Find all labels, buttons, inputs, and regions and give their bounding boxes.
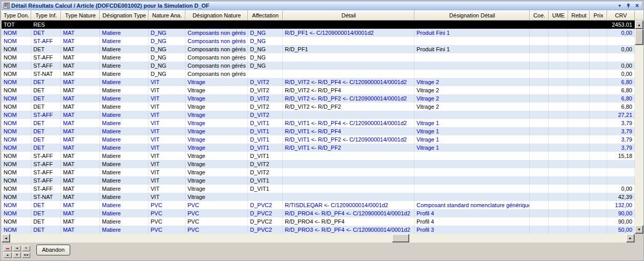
- cell: 50,00: [607, 226, 635, 234]
- table-row[interactable]: NOMST-NATMATMatiereVITVitrage42,39: [2, 193, 635, 201]
- cell: MAT: [61, 176, 100, 185]
- table-row[interactable]: NOMDETMATMatiereVITVitrageD_VIT2R/D_VIT2…: [2, 103, 635, 111]
- table-row[interactable]: NOMDETMATMatiereVITVitrageD_VIT1R/D_VIT1…: [2, 119, 635, 127]
- table-row[interactable]: TOTRES2453.01: [2, 21, 635, 29]
- cell: [549, 21, 568, 29]
- table-row[interactable]: NOMST-AFFMATMatiereVITVitrageD_VIT2: [2, 160, 635, 168]
- table-row[interactable]: NOMST-AFFMATMatiereVITVitrageD_VIT115,18: [2, 152, 635, 160]
- table-row[interactable]: NOMDETMATMatiereVITVitrageD_VIT1R/D_VIT1…: [2, 127, 635, 135]
- column-header-12[interactable]: Rebut: [568, 10, 590, 21]
- table-row[interactable]: NOMDETMATMatierePVCPVCD_PVC2R/D_PRO4 <- …: [2, 217, 635, 226]
- cell: D_NG: [248, 29, 283, 37]
- table-row[interactable]: NOMDETMATMatiereVITVitrageD_VIT2R/D_VIT2…: [2, 78, 635, 86]
- table-row[interactable]: NOMST-AFFMATMatiereVITVitrageD_VIT2: [2, 168, 635, 176]
- cell: NOM: [2, 168, 31, 176]
- column-header-11[interactable]: UME: [549, 10, 568, 21]
- cell: [283, 176, 414, 185]
- column-header-7[interactable]: Affectation: [248, 10, 283, 21]
- table-row[interactable]: NOMDETMATMatierePVCPVCD_PVC2R/D_PRO3 <- …: [2, 226, 635, 234]
- column-header-13[interactable]: Prix: [590, 10, 607, 21]
- cell: NOM: [2, 37, 31, 45]
- column-header-9[interactable]: Désignation Détail: [414, 10, 530, 21]
- vertical-scrollbar[interactable]: ▲ ▼: [635, 21, 643, 234]
- table-row[interactable]: NOMDETMATMatiereVITVitrageD_VIT2R/D_VIT2…: [2, 94, 635, 103]
- table-row[interactable]: NOMDETMATMatierePVCPVCD_PVC2R/TISDLEQAR …: [2, 201, 635, 209]
- record-prev-button[interactable]: ◄: [13, 246, 21, 251]
- cell: [61, 21, 100, 29]
- record-insert-button[interactable]: ▼: [22, 246, 30, 251]
- cell: Vitrage 2: [414, 103, 530, 111]
- scrollbar-corner: [635, 234, 643, 243]
- cell: Vitrage: [185, 127, 248, 135]
- table-row[interactable]: NOMST-AFFMATMatiereD_NGComposants non gé…: [2, 53, 635, 62]
- cell: [590, 29, 607, 37]
- column-header-5[interactable]: Nature Ana.: [149, 10, 185, 21]
- horizontal-scrollbar[interactable]: ◄ ►: [2, 234, 643, 243]
- table-row[interactable]: NOMDETMATMatiereVITVitrageD_VIT1R/D_VIT1…: [2, 135, 635, 144]
- table-row[interactable]: NOMST-AFFMATMatiereVITVitrageD_VIT227,21: [2, 111, 635, 119]
- cell: [590, 86, 607, 94]
- table-row[interactable]: NOMDETMATMatiereVITVitrageD_VIT1R/D_VIT1…: [2, 144, 635, 152]
- scroll-down-button[interactable]: ▼: [635, 225, 643, 234]
- scroll-left-button[interactable]: ◄: [2, 234, 10, 243]
- horizontal-scroll-track[interactable]: [10, 234, 626, 243]
- column-header-1[interactable]: Type Don.: [2, 10, 31, 21]
- menu-button[interactable]: ▼: [616, 2, 624, 9]
- table-row[interactable]: NOMST-AFFMATMatiereVITVitrageD_VIT10,00: [2, 185, 635, 193]
- pin-button[interactable]: [625, 2, 632, 9]
- cell: Matiere: [100, 103, 149, 111]
- cell: DET: [31, 127, 61, 135]
- cell: [530, 103, 549, 111]
- cell: NOM: [2, 193, 31, 201]
- cell: [530, 176, 549, 185]
- column-header-4[interactable]: Désignation Type: [100, 10, 149, 21]
- cell: VIT: [149, 103, 185, 111]
- cell: [549, 119, 568, 127]
- cell: Vitrage 1: [414, 127, 530, 135]
- cell: D_VIT1: [248, 152, 283, 160]
- cell: Composants non gérés: [185, 53, 248, 62]
- scroll-up-button[interactable]: ▲: [635, 21, 643, 29]
- column-header-14[interactable]: CRV: [607, 10, 635, 21]
- cell: D_NG: [149, 70, 185, 78]
- cell: 6,80: [607, 94, 635, 103]
- table-row[interactable]: NOMST-AFFMATMatiereVITVitrageD_VIT1: [2, 176, 635, 185]
- title-bar[interactable]: Détail Résultats Calcul / Article (DOFCD…: [2, 1, 642, 10]
- table-row[interactable]: NOMST-AFFMATMatiereD_NGComposants non gé…: [2, 37, 635, 45]
- horizontal-scroll-thumb[interactable]: [392, 234, 409, 243]
- cell: [549, 78, 568, 86]
- record-delete-button[interactable]: ▬: [4, 246, 12, 251]
- column-header-10[interactable]: Coe.: [530, 10, 549, 21]
- cell: [549, 135, 568, 144]
- table-row[interactable]: NOMDETMATMatiereVITVitrageD_VIT2R/D_VIT2…: [2, 86, 635, 94]
- vertical-scroll-track[interactable]: [635, 29, 643, 225]
- cell: [283, 193, 414, 201]
- column-header-2[interactable]: Type Inf.: [31, 10, 61, 21]
- cell: [590, 209, 607, 217]
- cell: [590, 111, 607, 119]
- table-row[interactable]: NOMDETMATMatierePVCPVCD_PVC2R/D_PRO4 <- …: [2, 209, 635, 217]
- cell: 6,80: [607, 78, 635, 86]
- column-header-6[interactable]: Désignation Nature: [185, 10, 248, 21]
- abandon-button[interactable]: Abandon: [36, 245, 70, 255]
- table-row[interactable]: NOMDETMATMatiereD_NGComposants non gérés…: [2, 45, 635, 53]
- vertical-scroll-thumb[interactable]: [635, 29, 643, 45]
- table-row[interactable]: NOMDETMATMatiereD_NGComposants non gérés…: [2, 29, 635, 37]
- record-up-button[interactable]: ▲: [4, 252, 12, 258]
- cell: [530, 217, 549, 226]
- record-down-button[interactable]: ▼: [13, 252, 21, 258]
- record-last-button[interactable]: ◄►: [22, 252, 30, 258]
- column-header-3[interactable]: Type Nature: [61, 10, 100, 21]
- cell: Vitrage: [185, 176, 248, 185]
- cell: VIT: [149, 119, 185, 127]
- cell: [568, 209, 590, 217]
- table-row[interactable]: NOMST-AFFMATMatiereD_NGComposants non gé…: [2, 62, 635, 70]
- cell: [590, 37, 607, 45]
- cell: [530, 168, 549, 176]
- cell: DET: [31, 45, 61, 53]
- cell: MAT: [61, 62, 100, 70]
- column-header-8[interactable]: Détail: [283, 10, 414, 21]
- scroll-right-button[interactable]: ►: [626, 234, 635, 243]
- table-row[interactable]: NOMST-NATMATMatiereD_NGComposants non gé…: [2, 70, 635, 78]
- close-button[interactable]: ×: [633, 2, 641, 9]
